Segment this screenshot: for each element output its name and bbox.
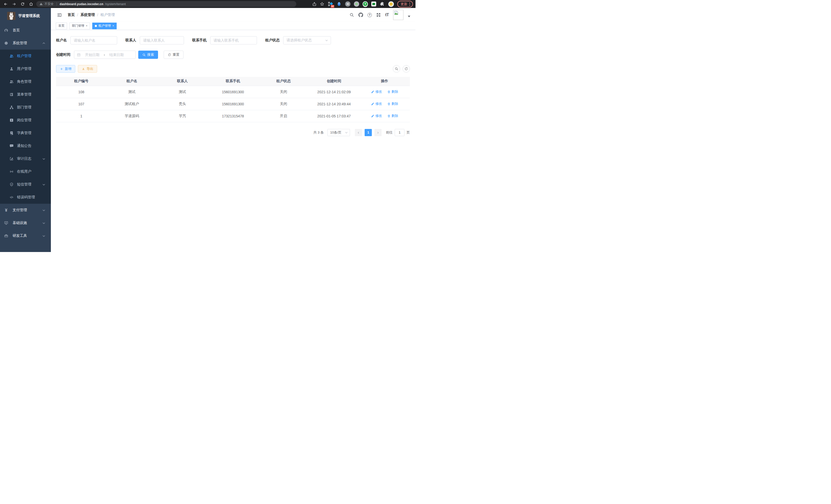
- breadcrumb-home[interactable]: 首页: [67, 12, 75, 17]
- chevron-down-icon: [325, 39, 328, 42]
- system-submenu: 租户管理 用户管理 角色管理: [0, 50, 51, 204]
- log-pen-icon: [9, 157, 13, 161]
- export-button[interactable]: 导出: [78, 65, 97, 73]
- extension-chat-icon[interactable]: [371, 2, 376, 6]
- sidebar: 芋道管理系统 首页 系统管理: [0, 8, 51, 252]
- edit-link[interactable]: 修改: [371, 114, 382, 118]
- security-label[interactable]: 不安全: [45, 2, 54, 6]
- tab-label: 首页: [58, 24, 64, 28]
- forward-icon[interactable]: [11, 1, 17, 7]
- extensions-puzzle-icon[interactable]: [379, 1, 385, 7]
- font-size-icon[interactable]: tT: [385, 12, 389, 18]
- reset-button[interactable]: 重置: [164, 51, 183, 59]
- sidebar-item-role[interactable]: 角色管理: [0, 75, 51, 88]
- gear-icon: [4, 41, 8, 45]
- sidebar-item-tenant[interactable]: 租户管理: [0, 50, 51, 62]
- sidebar-item-dev-tools[interactable]: 研发工具: [0, 229, 51, 242]
- cell-name: 测试: [107, 86, 157, 98]
- status-select[interactable]: 请选择租户状态: [283, 36, 331, 45]
- delete-link[interactable]: 删除: [387, 114, 398, 118]
- header-search-icon[interactable]: [349, 12, 354, 17]
- extension-balloon-icon[interactable]: [336, 1, 342, 7]
- help-icon[interactable]: ?: [368, 13, 372, 17]
- avatar-caret-icon[interactable]: [408, 16, 410, 17]
- delete-link[interactable]: 删除: [387, 101, 398, 106]
- sidebar-item-payment[interactable]: ¥ 支付管理: [0, 204, 51, 216]
- sidebar-item-notice[interactable]: 通知公告: [0, 140, 51, 152]
- back-icon[interactable]: [3, 1, 9, 7]
- reload-icon[interactable]: [20, 1, 26, 7]
- sidebar-item-user[interactable]: 用户管理: [0, 62, 51, 75]
- roles-icon: [9, 80, 13, 84]
- extension-emoji-icon[interactable]: [388, 1, 394, 7]
- close-icon[interactable]: ×: [86, 24, 87, 27]
- edit-link[interactable]: 修改: [371, 101, 382, 106]
- edit-link[interactable]: 修改: [371, 89, 382, 94]
- prev-page-button[interactable]: ‹: [355, 129, 362, 136]
- close-icon[interactable]: ×: [112, 24, 114, 27]
- tab-label: 部门管理: [72, 24, 84, 28]
- goto-page-input[interactable]: [395, 129, 404, 136]
- sidebar-item-menu[interactable]: 菜单管理: [0, 88, 51, 101]
- table-row: 108 测试 测试 15601691300 关闭 2021-12-14 21:0…: [56, 86, 410, 98]
- share-icon[interactable]: [312, 2, 317, 6]
- extension-recorder-icon[interactable]: [354, 1, 359, 7]
- tab-tenant[interactable]: 租户管理 ×: [92, 23, 116, 29]
- sidebar-item-home[interactable]: 首页: [0, 24, 51, 37]
- add-button-label: 新增: [65, 66, 71, 71]
- page-unit-label: 页: [406, 130, 410, 135]
- extension-tab-manager-icon[interactable]: 10: [327, 1, 333, 7]
- mobile-input[interactable]: [210, 36, 257, 45]
- sidebar-item-audit-log[interactable]: 审计日志: [0, 152, 51, 165]
- sidebar-item-error-code[interactable]: 错误码管理: [0, 191, 51, 204]
- page-number-1[interactable]: 1: [365, 129, 372, 136]
- extension-y-icon[interactable]: Y: [363, 1, 368, 7]
- date-start-input[interactable]: [82, 52, 102, 57]
- sidebar-item-label: 在线用户: [17, 169, 31, 174]
- tab-dept[interactable]: 部门管理 ×: [69, 23, 90, 29]
- sidebar-item-dept[interactable]: 部门管理: [0, 101, 51, 114]
- refresh-button[interactable]: [403, 65, 410, 72]
- sidebar-item-system[interactable]: 系统管理: [0, 37, 51, 50]
- contact-input[interactable]: [140, 36, 184, 45]
- delete-link[interactable]: 删除: [387, 89, 398, 94]
- avatar[interactable]: [393, 10, 403, 20]
- col-actions: 操作: [359, 77, 410, 86]
- bookmark-star-icon[interactable]: [320, 2, 324, 6]
- date-range-picker[interactable]: -: [74, 51, 136, 59]
- sidebar-item-dict[interactable]: 字典管理: [0, 127, 51, 140]
- breadcrumb-system[interactable]: 系统管理: [80, 12, 95, 17]
- next-page-button[interactable]: ›: [374, 129, 381, 136]
- pencil-icon: [371, 114, 374, 118]
- browser-update-button[interactable]: 更新: [397, 1, 413, 7]
- sidebar-item-label: 短信管理: [17, 182, 31, 187]
- github-icon[interactable]: [359, 12, 363, 17]
- sidebar-toggle-icon[interactable]: [57, 12, 62, 18]
- tenant-name-input[interactable]: [70, 36, 117, 45]
- app-logo[interactable]: 芋道管理系统: [0, 8, 51, 24]
- fullscreen-icon[interactable]: [376, 12, 381, 17]
- sidebar-item-label: 支付管理: [12, 208, 27, 212]
- yen-icon: ¥: [4, 208, 8, 212]
- add-button[interactable]: 新增: [56, 65, 75, 73]
- sidebar-item-post[interactable]: 岗位管理: [0, 114, 51, 127]
- sidebar-item-sms[interactable]: 短信管理: [0, 178, 51, 191]
- sidebar-item-online-users[interactable]: 在线用户: [0, 165, 51, 178]
- tags-view: 首页 部门管理 × 租户管理 ×: [51, 22, 416, 30]
- address-bar[interactable]: 不安全 dashboard.yudao.iocoder.cn/system/te…: [36, 1, 296, 7]
- date-end-input[interactable]: [106, 52, 126, 57]
- search-button[interactable]: 搜索: [138, 51, 158, 59]
- sidebar-item-label: 部门管理: [17, 105, 31, 110]
- sidebar-item-label: 错误码管理: [17, 195, 35, 200]
- extension-command-icon[interactable]: ⌘: [345, 1, 350, 7]
- sidebar-item-infrastructure[interactable]: 基础设施: [0, 216, 51, 229]
- cell-name: 芋道源码: [107, 110, 157, 122]
- chat-bubble-icon: [9, 144, 13, 148]
- tab-home[interactable]: 首页: [56, 23, 67, 29]
- table-header-row: 租户编号 租户名 联系人 联系手机 租户状态 创建时间 操作: [56, 77, 410, 86]
- home-icon[interactable]: [28, 1, 34, 7]
- page-size-select[interactable]: 10条/页: [327, 129, 350, 136]
- browser-menu-icon[interactable]: [409, 2, 410, 6]
- update-label: 更新: [401, 2, 407, 6]
- toggle-search-button[interactable]: [393, 65, 400, 72]
